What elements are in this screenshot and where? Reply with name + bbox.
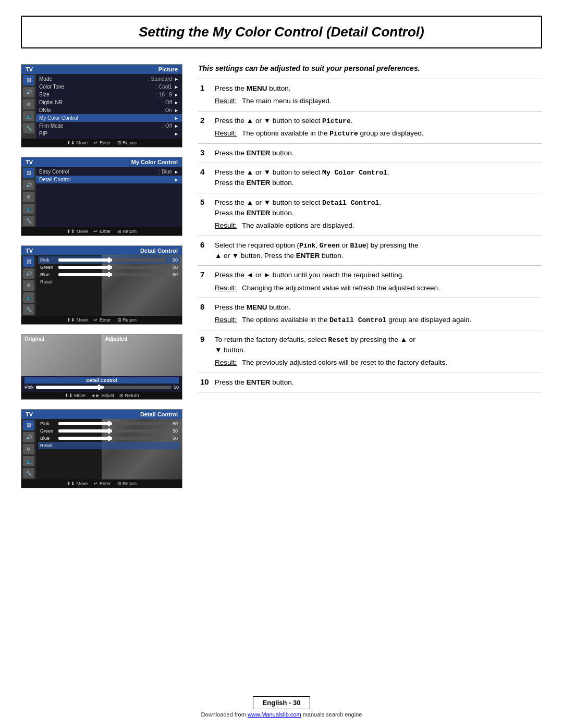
tv-screen-5: TV Detail Control 🖼 🔊 ⚙ 📺 🔧 Pink xyxy=(21,409,182,488)
result-text-5: The available options are displayed. xyxy=(242,220,354,231)
step-row-1: 1 Press the MENU button. Result: The mai… xyxy=(198,79,542,111)
tv-screen-1: TV Picture 🖼 🔊 ⚙ 📺 🔧 Mode : Standa xyxy=(21,64,182,147)
tv-icon-sound: 🔊 xyxy=(23,87,34,97)
page-number-label: English - 30 xyxy=(263,699,301,707)
tv-detail-icon-5-2: 🔊 xyxy=(23,432,34,442)
slider-green-3: Green 50 xyxy=(38,264,180,271)
step-num-2: 2 xyxy=(198,111,213,143)
tv-detail-icon-5-5: 🔧 xyxy=(23,468,34,478)
tv-menu-row-pip: PIP ► xyxy=(36,130,182,138)
tv-label-1: TV xyxy=(26,66,33,72)
step-num-10: 10 xyxy=(198,373,213,392)
step-content-1: Press the MENU button. Result: The main … xyxy=(213,79,542,111)
menu-title-2: My Color Control xyxy=(131,159,178,165)
tv-icon-picture: 🖼 xyxy=(23,75,34,85)
result-text-2: The options available in the Picture gro… xyxy=(242,128,424,139)
result-text-7: Changing the adjustment value will refre… xyxy=(242,283,440,293)
tv-menu-header-1: TV Picture xyxy=(21,65,182,74)
page-footer: English - 30 Downloaded from www.Manuals… xyxy=(0,696,563,718)
right-panel: This settings can be adjusted to suit yo… xyxy=(198,64,542,488)
result-text-8: The options available in the Detail Cont… xyxy=(242,315,471,326)
tv-detail-icon-3-3: ⚙ xyxy=(23,280,34,291)
step-num-7: 7 xyxy=(198,266,213,298)
step-content-3: Press the ENTER button. xyxy=(213,143,542,163)
step-content-10: Press the ENTER button. xyxy=(213,373,542,392)
slider-reset-3: Reset xyxy=(38,278,180,286)
result-label-8: Result: xyxy=(215,315,237,326)
page-number-box: English - 30 xyxy=(253,696,311,709)
tv-icon-2-setup: 🔧 xyxy=(23,216,34,226)
pink-slider-4 xyxy=(36,386,172,389)
tv-menu-items-1: Mode : Standard ► Color Tone : Cool1 ► S… xyxy=(36,74,182,139)
tv-detail-icon-3-5: 🔧 xyxy=(23,304,34,315)
split-footer-4: ⬆⬇ Move ◄► Adjust ⊞ Return xyxy=(21,392,182,399)
result-5: Result: The available options are displa… xyxy=(215,220,540,231)
step-num-8: 8 xyxy=(198,298,213,330)
download-text: Downloaded from www.Manualslib.com manua… xyxy=(201,711,362,718)
tv-menu-row-digitalnr: Digital NR : Off ► xyxy=(36,98,182,106)
slider-pink-3: Pink 50 xyxy=(38,256,180,264)
result-8: Result: The options available in the Det… xyxy=(215,315,540,326)
page-title: Setting the My Color Control (Detail Con… xyxy=(32,24,531,40)
detail-ctrl-title-4: Detail Control xyxy=(25,377,179,384)
page-title-box: Setting the My Color Control (Detail Con… xyxy=(21,16,542,48)
slider-bar-pink-5 xyxy=(58,422,166,425)
result-label-2: Result: xyxy=(215,128,237,139)
tv-detail-icon-5-1: 🖼 xyxy=(23,420,34,430)
tv-detail-header-5: TV Detail Control xyxy=(21,410,182,419)
result-7: Result: Changing the adjustment value wi… xyxy=(215,283,540,293)
result-1: Result: The main menu is displayed. xyxy=(215,96,540,106)
step-num-3: 3 xyxy=(198,143,213,163)
tv-icon-2-channel: 📺 xyxy=(23,204,34,214)
result-2: Result: The options available in the Pic… xyxy=(215,128,540,139)
slider-bar-green-5 xyxy=(58,429,166,433)
tv-label-2: TV xyxy=(26,159,33,165)
step-num-5: 5 xyxy=(198,193,213,236)
tv-menu-row-mode: Mode : Standard ► xyxy=(36,75,182,83)
step-row-10: 10 Press the ENTER button. xyxy=(198,373,542,392)
step-content-6: Select the required option (Pink, Green … xyxy=(213,236,542,266)
pink-row-4: Pink 50 xyxy=(25,384,179,391)
left-panel: TV Picture 🖼 🔊 ⚙ 📺 🔧 Mode : Standa xyxy=(21,64,182,488)
tv-menu-header-2: TV My Color Control xyxy=(21,157,182,167)
step-content-7: Press the ◄ or ► button until you reach … xyxy=(213,266,542,298)
tv-detail-icon-3-2: 🔊 xyxy=(23,268,34,279)
tv-detail-icon-5-4: 📺 xyxy=(23,456,34,466)
tv-detail-body-5: 🖼 🔊 ⚙ 📺 🔧 Pink xyxy=(21,419,182,479)
manualslib-link[interactable]: www.Manualslib.com xyxy=(248,711,301,718)
tv-icon-channel: 📺 xyxy=(23,111,34,121)
step-content-4: Press the ▲ or ▼ button to select My Col… xyxy=(213,163,542,193)
tv-detail-icon-3-1: 🖼 xyxy=(23,256,34,267)
result-label-9: Result: xyxy=(215,357,237,368)
split-image-container: Original Adjusted xyxy=(21,335,182,376)
adjusted-label: Adjusted xyxy=(105,336,128,342)
main-layout: TV Picture 🖼 🔊 ⚙ 📺 🔧 Mode : Standa xyxy=(21,64,542,488)
tv-footer-5: ⬆⬇ Move ↵ Enter ⊞ Return xyxy=(21,479,182,488)
intro-text: This settings can be adjusted to suit yo… xyxy=(198,64,542,72)
step-row-4: 4 Press the ▲ or ▼ button to select My C… xyxy=(198,163,542,193)
tv-menu-row-easyctrl: Easy Control : Blue ► xyxy=(36,168,182,176)
step-content-8: Press the MENU button. Result: The optio… xyxy=(213,298,542,330)
step-num-6: 6 xyxy=(198,236,213,266)
tv-icon-2-picture: 🖼 xyxy=(23,168,34,178)
tv-footer-2: ⬆⬇ Move ↵ Enter ⊞ Return xyxy=(21,227,182,236)
slider-bar-pink-3 xyxy=(58,258,166,262)
tv-icon-setup: 🔧 xyxy=(23,123,34,133)
tv-screen-2: TV My Color Control 🖼 🔊 ⚙ 📺 🔧 Easy Contr… xyxy=(21,157,182,236)
menu-title-1: Picture xyxy=(158,66,178,72)
split-adjusted: Adjusted xyxy=(102,335,182,376)
step-row-7: 7 Press the ◄ or ► button until you reac… xyxy=(198,266,542,298)
step-row-3: 3 Press the ENTER button. xyxy=(198,143,542,163)
step-content-9: To return the factory defaults, select R… xyxy=(213,330,542,373)
step-row-2: 2 Press the ▲ or ▼ button to select Pict… xyxy=(198,111,542,143)
tv-menu-row-mycolor: My Color Control ► xyxy=(36,114,182,122)
split-bottom: Detail Control Pink 50 xyxy=(21,376,182,392)
step-num-4: 4 xyxy=(198,163,213,193)
step-row-6: 6 Select the required option (Pink, Gree… xyxy=(198,236,542,266)
tv-icon-settings: ⚙ xyxy=(23,99,34,109)
result-9: Result: The previously adjusted colors w… xyxy=(215,357,540,368)
tv-detail-icon-5-3: ⚙ xyxy=(23,444,34,454)
tv-detail-icons-5: 🖼 🔊 ⚙ 📺 🔧 xyxy=(21,419,36,479)
tv-icon-2-settings: ⚙ xyxy=(23,192,34,202)
slider-bar-blue-5 xyxy=(58,437,166,440)
